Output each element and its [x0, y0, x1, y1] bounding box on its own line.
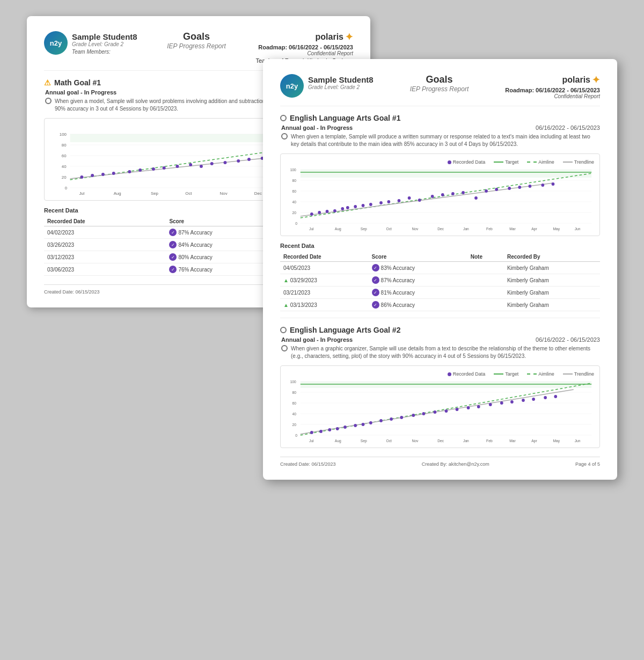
svg-point-68 — [379, 201, 383, 204]
page2-th-date: Recorded Date — [280, 252, 369, 262]
legend-trendline-line — [563, 162, 573, 163]
page2-logo-area: n2y Sample Student8 Grade Level: Grade 2 — [280, 74, 374, 98]
svg-text:0: 0 — [295, 434, 297, 437]
score-circle: ✓ — [169, 266, 177, 273]
svg-text:40: 40 — [292, 200, 296, 204]
score-badge: ✓ 76% Accuracy — [169, 266, 212, 273]
warning-icon: ⚠ — [44, 78, 51, 87]
svg-point-21 — [152, 167, 155, 171]
svg-point-126 — [434, 410, 437, 414]
svg-point-117 — [343, 426, 347, 429]
svg-point-22 — [163, 166, 166, 170]
svg-text:20: 20 — [292, 211, 296, 215]
page2-polaris-star: ✦ — [592, 74, 600, 86]
page2-th-note: Note — [467, 252, 504, 262]
page1-th-date: Recorded Date — [44, 217, 166, 226]
cell-note — [467, 274, 504, 287]
svg-point-70 — [398, 199, 401, 202]
page2-ela2-date-range: 06/16/2022 - 06/15/2023 — [536, 336, 600, 343]
cell-date: 04/05/2023 — [280, 262, 369, 274]
page1-subtitle: IEP Progress Report — [137, 42, 256, 50]
cell-date: ▲ 03/29/2023 — [280, 274, 369, 287]
cell-recorded-by: Kimberly Graham — [504, 262, 600, 274]
page2-recent-data1-title: Recent Data — [280, 243, 600, 249]
cell-note — [467, 287, 504, 299]
score-circle: ✓ — [372, 276, 379, 284]
page2-ela-goal2: English Language Arts Goal #2 Annual goa… — [280, 326, 600, 448]
cell-recorded-by: Kimberly Graham — [504, 287, 600, 299]
score-badge: ✓ 86% Accuracy — [372, 301, 415, 309]
svg-rect-109 — [301, 382, 591, 388]
svg-point-79 — [495, 188, 498, 191]
svg-text:Sep: Sep — [361, 227, 367, 231]
score-circle: ✓ — [169, 229, 177, 236]
svg-point-26 — [210, 162, 214, 165]
page2-ela1-goal-desc: When given a template, Sample will produ… — [281, 133, 600, 148]
svg-point-18 — [112, 172, 115, 175]
legend-aimline2: Aimline — [527, 159, 554, 165]
svg-point-63 — [341, 207, 344, 210]
svg-point-29 — [247, 158, 251, 161]
svg-text:Feb: Feb — [486, 227, 493, 231]
page1-confidential: Confidential Report — [307, 50, 353, 56]
page2-subtitle: IEP Progress Report — [374, 85, 506, 93]
svg-text:Oct: Oct — [386, 227, 392, 231]
table-row: 04/05/2023 ✓ 83% Accuracy Kimberly Graha… — [280, 262, 600, 274]
svg-text:Jun: Jun — [575, 227, 581, 231]
legend-aimline3: Aimline — [527, 371, 554, 377]
page2-roadmap: Roadmap: 06/16/2022 - 06/15/2023 — [505, 87, 600, 93]
page1-annual-label: Annual goal - In Progress — [45, 89, 116, 96]
page2-th-recorded-by: Recorded By — [504, 252, 600, 262]
svg-point-75 — [451, 192, 455, 195]
score-badge: ✓ 81% Accuracy — [372, 289, 415, 296]
page2-header-divider — [280, 106, 600, 106]
legend-dot3 — [448, 372, 451, 376]
svg-text:Jul: Jul — [79, 191, 84, 196]
page1-title: Goals — [137, 31, 256, 42]
page2-ela2-annual-header: Annual goal - In Progress 06/16/2022 - 0… — [281, 336, 600, 343]
page2-th-score: Score — [369, 252, 467, 262]
svg-point-123 — [400, 416, 403, 419]
score-circle: ✓ — [372, 264, 379, 272]
score-circle: ✓ — [372, 301, 379, 309]
svg-text:Jun: Jun — [575, 439, 581, 443]
svg-point-74 — [441, 193, 444, 196]
page2-chart1: Recorded Data Target Aimline Trendline — [280, 153, 600, 236]
legend-recorded3: Recorded Data — [448, 371, 486, 377]
svg-point-27 — [223, 161, 226, 164]
svg-text:Aug: Aug — [114, 191, 121, 196]
svg-text:Dec: Dec — [437, 439, 444, 443]
svg-point-25 — [200, 165, 203, 168]
svg-point-77 — [474, 196, 478, 200]
svg-rect-55 — [301, 170, 591, 178]
svg-text:Nov: Nov — [220, 191, 228, 196]
cell-score: ✓ 81% Accuracy — [369, 287, 467, 299]
svg-text:40: 40 — [292, 412, 296, 416]
svg-point-134 — [522, 399, 525, 402]
page1-center-header: Goals IEP Progress Report — [137, 31, 256, 50]
page2-chart2: Recorded Data Target Aimline Trendline — [280, 365, 600, 448]
page2-created-by: Created By: akitchen@n2y.com — [422, 461, 489, 467]
page1-logo-area: n2y Sample Student8 Grade Level: Grade 2… — [44, 31, 137, 55]
svg-text:Oct: Oct — [386, 439, 392, 443]
legend-trendline3: Trendline — [563, 371, 594, 377]
score-circle: ✓ — [372, 289, 379, 296]
cell-note — [467, 262, 504, 274]
page2-chart1-svg: 100 80 60 40 20 0 — [286, 167, 594, 231]
score-circle: ✓ — [169, 253, 177, 261]
cell-score: ✓ 83% Accuracy — [369, 262, 467, 274]
legend-target-line3 — [494, 373, 503, 375]
svg-text:80: 80 — [292, 391, 296, 394]
cell-score: ✓ 86% Accuracy — [369, 299, 467, 311]
svg-text:Mar: Mar — [509, 439, 516, 443]
svg-text:60: 60 — [292, 189, 296, 193]
svg-point-72 — [418, 199, 421, 202]
svg-text:Jul: Jul — [309, 439, 314, 443]
svg-point-65 — [354, 205, 357, 208]
page1-student-info: Sample Student8 Grade Level: Grade 2 Tea… — [72, 32, 137, 55]
page2-ela-goal1-title: English Language Arts Goal #1 — [280, 114, 600, 122]
cell-date: ▲ 03/13/2023 — [280, 299, 369, 311]
page2-right-header: polaris ✦ Roadmap: 06/16/2022 - 06/15/20… — [505, 74, 600, 99]
svg-text:May: May — [553, 227, 560, 231]
page2-student-info: Sample Student8 Grade Level: Grade 2 — [308, 75, 374, 90]
